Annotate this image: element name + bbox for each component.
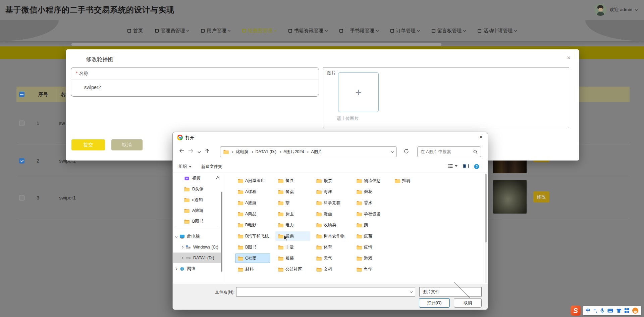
- folder-item-药[interactable]: 药: [354, 220, 389, 230]
- up-icon[interactable]: [205, 148, 210, 154]
- sidebar-item-A旅游[interactable]: A旅游: [173, 205, 222, 216]
- filetype-select[interactable]: 图片文件: [419, 287, 482, 297]
- folder-item-物流信息[interactable]: 物流信息: [354, 176, 389, 185]
- row-checkbox[interactable]: [19, 121, 24, 126]
- folder-item-B图书[interactable]: B图书: [235, 242, 270, 252]
- row-checkbox[interactable]: [19, 158, 24, 164]
- folder-item-非遗[interactable]: 非遗: [275, 242, 310, 252]
- dialog-close-icon[interactable]: ×: [479, 134, 482, 140]
- horizontal-scrollbar[interactable]: [71, 43, 441, 46]
- user-menu[interactable]: 欢迎 admin: [594, 4, 637, 16]
- folder-item-A房屋酒店[interactable]: A房屋酒店: [235, 176, 270, 185]
- sidebar-item-B图书[interactable]: B图书: [173, 216, 222, 227]
- breadcrumb-segment[interactable]: A图片: [311, 149, 322, 155]
- submit-button[interactable]: 提交: [71, 139, 105, 150]
- breadcrumb-segment[interactable]: A图片2024: [283, 149, 304, 155]
- new-folder-button[interactable]: 新建文件夹: [201, 164, 222, 170]
- filename-input[interactable]: [239, 289, 410, 294]
- folder-item-疫情[interactable]: 疫情: [354, 242, 389, 252]
- search-input[interactable]: 在 A图片 中搜索: [417, 146, 481, 157]
- folder-item-A旅游[interactable]: A旅游: [235, 198, 270, 208]
- folder-item-服装[interactable]: 服装: [275, 254, 310, 263]
- recent-locations-icon[interactable]: [198, 150, 201, 154]
- nav-item-轮播图管理[interactable]: 轮播图管理: [242, 28, 276, 34]
- folder-item-公益社区[interactable]: 公益社区: [275, 265, 310, 274]
- file-list-scrollbar[interactable]: [485, 174, 487, 283]
- sidebar-scrollbar[interactable]: [221, 192, 222, 272]
- folder-item-海洋[interactable]: 海洋: [314, 187, 348, 196]
- tree-expander-icon[interactable]: [181, 246, 183, 248]
- nav-item-管理员管理[interactable]: 管理员管理: [155, 28, 189, 34]
- nav-item-二手书籍管理[interactable]: 二手书籍管理: [339, 28, 378, 34]
- folder-item-C社团[interactable]: C社团: [235, 254, 270, 263]
- folder-item-香水[interactable]: 香水: [354, 198, 389, 208]
- keyboard-icon[interactable]: [607, 309, 613, 313]
- nav-item-留言板管理[interactable]: 留言板管理: [432, 28, 466, 34]
- nav-item-首页[interactable]: 首页: [127, 28, 143, 34]
- folder-item-树木农作物[interactable]: 树木农作物: [314, 231, 348, 241]
- refresh-icon[interactable]: [404, 149, 409, 155]
- folder-item-游戏[interactable]: 游戏: [354, 254, 389, 263]
- chinese-mode-icon[interactable]: 中: [586, 308, 590, 314]
- select-all-checkbox[interactable]: [19, 92, 24, 97]
- breadcrumb-segment[interactable]: 此电脑: [236, 149, 249, 155]
- open-button[interactable]: 打开(O): [419, 298, 450, 308]
- mic-icon[interactable]: [600, 308, 604, 313]
- chevron-down-icon[interactable]: [410, 290, 413, 292]
- tree-item-网络[interactable]: 网络: [173, 263, 222, 274]
- dialog-cancel-button[interactable]: 取消: [454, 298, 482, 308]
- organize-button[interactable]: 组织: [178, 164, 192, 170]
- nav-item-书籍资讯管理[interactable]: 书籍资讯管理: [288, 28, 327, 34]
- modal-close-icon[interactable]: ×: [567, 55, 571, 61]
- folder-item-疫苗[interactable]: 疫苗: [354, 231, 389, 241]
- folder-item-天气[interactable]: 天气: [314, 254, 348, 263]
- nav-item-订单管理[interactable]: 订单管理: [390, 28, 420, 34]
- toolbox-icon[interactable]: [625, 308, 629, 313]
- nav-item-用户管理[interactable]: 用户管理: [201, 28, 230, 34]
- folder-item-茶[interactable]: 茶: [275, 198, 310, 208]
- tree-expander-icon[interactable]: [181, 257, 183, 259]
- folder-item-鲜花[interactable]: 鲜花: [354, 187, 389, 196]
- name-input[interactable]: swiper2: [84, 85, 101, 90]
- folder-item-B汽车和飞机[interactable]: B汽车和飞机: [235, 231, 272, 241]
- folder-item-餐具[interactable]: 餐具: [275, 176, 310, 185]
- folder-item-A商品[interactable]: A商品: [235, 209, 270, 219]
- folder-item-A课程[interactable]: A课程: [235, 187, 270, 196]
- tree-item-此电脑[interactable]: 此电脑: [173, 231, 222, 242]
- folder-item-餐桌[interactable]: 餐桌: [275, 187, 310, 196]
- folder-item-科学竞赛[interactable]: 科学竞赛: [314, 198, 348, 208]
- breadcrumb-segment[interactable]: DATA1 (D:): [256, 149, 277, 154]
- mascot-icon[interactable]: [632, 308, 638, 314]
- folder-item-B电影[interactable]: B电影: [235, 220, 270, 230]
- sogou-logo-icon[interactable]: S: [571, 306, 581, 316]
- resize-grip[interactable]: [483, 305, 487, 309]
- folder-item-文档[interactable]: 文档: [314, 265, 348, 274]
- sidebar-item-视频[interactable]: 视频: [173, 173, 222, 184]
- nav-item-活动申请管理[interactable]: 活动申请管理: [478, 28, 517, 34]
- preview-pane-button[interactable]: [463, 164, 469, 168]
- sidebar-item-B头像[interactable]: B头像: [173, 184, 222, 194]
- folder-item-招聘[interactable]: 招聘: [392, 176, 427, 185]
- help-button[interactable]: ?: [474, 164, 479, 169]
- filename-combobox[interactable]: [236, 287, 415, 297]
- tree-item-Windows (C:)[interactable]: Windows (C:): [173, 242, 222, 253]
- breadcrumb[interactable]: 此电脑DATA1 (D:)A图片2024A图片: [220, 146, 397, 157]
- tree-item-DATA1 (D:)[interactable]: DATA1 (D:): [173, 253, 222, 263]
- view-mode-button[interactable]: [448, 164, 458, 168]
- folder-item-鱼竿[interactable]: 鱼竿: [354, 265, 389, 274]
- folder-item-发票[interactable]: 发票: [275, 231, 310, 241]
- row-checkbox[interactable]: [19, 195, 24, 200]
- edit-button[interactable]: 修改: [533, 191, 549, 202]
- back-icon[interactable]: [179, 148, 184, 154]
- tree-expander-icon[interactable]: [175, 235, 177, 237]
- folder-item-漫画[interactable]: 漫画: [314, 209, 348, 219]
- image-upload-box[interactable]: +: [338, 72, 379, 112]
- tree-expander-icon[interactable]: [175, 267, 177, 270]
- folder-item-体育[interactable]: 体育: [314, 242, 348, 252]
- skin-icon[interactable]: [616, 308, 622, 313]
- folder-item-电力[interactable]: 电力: [275, 220, 310, 230]
- folder-item-厨卫[interactable]: 厨卫: [275, 209, 310, 219]
- folder-item-材料[interactable]: 材料: [235, 265, 270, 274]
- punctuation-icon[interactable]: ”,: [593, 308, 597, 313]
- breadcrumb-dropdown-icon[interactable]: [391, 150, 394, 152]
